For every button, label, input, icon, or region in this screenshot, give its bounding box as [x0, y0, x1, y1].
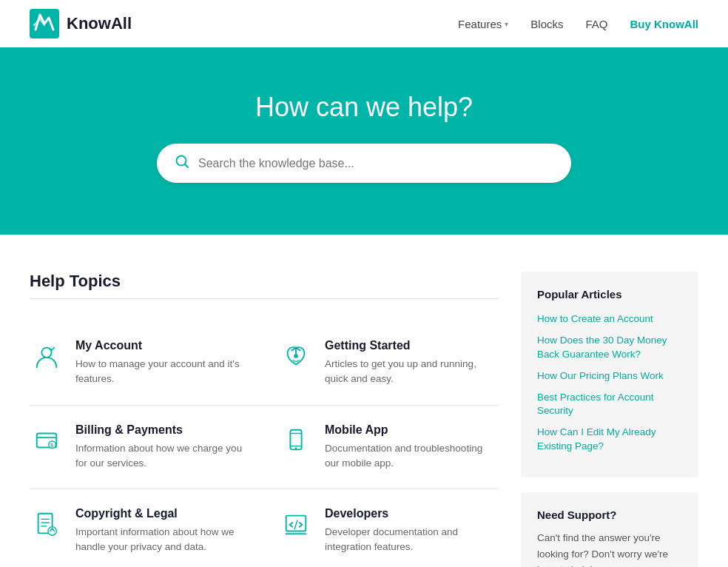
logo-icon	[30, 9, 59, 38]
topics-grid: My Account How to manage your account an…	[30, 321, 499, 567]
hero-title: How can we help?	[30, 92, 698, 123]
topic-developers-desc: Developer documentation and integration …	[325, 525, 484, 555]
getting-started-icon	[279, 339, 313, 373]
popular-articles-box: Popular Articles How to Create an Accoun…	[521, 272, 698, 477]
main-content: Help Topics My Account How to manage you…	[30, 272, 499, 567]
nav-buy[interactable]: Buy KnowAll	[630, 18, 699, 30]
topic-mobile-desc: Documentation and troubleshooting our mo…	[325, 441, 484, 472]
logo[interactable]: KnowAll	[30, 9, 132, 38]
mobile-icon	[279, 423, 313, 457]
list-item: Best Practices for Account Security	[537, 391, 682, 419]
topic-developers[interactable]: Developers Developer documentation and i…	[264, 489, 499, 567]
legal-icon	[30, 507, 64, 541]
article-link-4[interactable]: Best Practices for Account Security	[537, 391, 682, 419]
logo-text: KnowAll	[67, 14, 132, 33]
sidebar: Popular Articles How to Create an Accoun…	[521, 272, 698, 567]
topic-my-account-desc: How to manage your account and it's feat…	[75, 357, 249, 387]
search-bar	[157, 144, 571, 183]
svg-point-12	[295, 447, 297, 449]
topic-getting-started[interactable]: Getting Started Articles to get you up a…	[264, 321, 499, 406]
article-link-3[interactable]: How Our Pricing Plans Work	[537, 369, 682, 383]
support-text: Can't find the answer you're looking for…	[537, 530, 682, 567]
topic-getting-started-name: Getting Started	[325, 339, 484, 352]
list-item: How Our Pricing Plans Work	[537, 369, 682, 383]
topic-my-account-name: My Account	[75, 339, 249, 352]
topic-my-account[interactable]: My Account How to manage your account an…	[30, 321, 264, 406]
billing-icon: $	[30, 423, 64, 457]
search-input[interactable]	[198, 157, 553, 170]
developers-icon	[279, 507, 313, 541]
topic-billing[interactable]: $ Billing & Payments Information about h…	[30, 406, 264, 490]
list-item: How to Create an Account	[537, 312, 682, 326]
support-box: Need Support? Can't find the answer you'…	[521, 492, 698, 567]
navigation: KnowAll Features ▾ Blocks FAQ Buy KnowAl…	[0, 0, 728, 47]
nav-blocks[interactable]: Blocks	[530, 18, 563, 30]
topic-billing-name: Billing & Payments	[75, 423, 249, 437]
my-account-icon	[30, 339, 64, 373]
article-link-1[interactable]: How to Create an Account	[537, 312, 682, 326]
hero-section: How can we help?	[0, 47, 728, 235]
topic-billing-desc: Information about how we charge you for …	[75, 441, 249, 472]
popular-articles-list: How to Create an Account How Does the 30…	[537, 312, 682, 454]
topic-mobile[interactable]: Mobile App Documentation and troubleshoo…	[264, 406, 499, 490]
svg-text:$: $	[50, 442, 53, 448]
section-divider	[30, 298, 499, 299]
nav-faq[interactable]: FAQ	[585, 18, 607, 30]
article-link-2[interactable]: How Does the 30 Day Money Back Guarantee…	[537, 334, 682, 362]
topic-legal-desc: Important information about how we handl…	[75, 525, 249, 555]
article-link-5[interactable]: How Can I Edit My Already Existing Page?	[537, 426, 682, 454]
nav-links: Features ▾ Blocks FAQ Buy KnowAll	[458, 18, 698, 30]
popular-articles-title: Popular Articles	[537, 288, 682, 301]
svg-rect-9	[290, 429, 301, 449]
topic-mobile-name: Mobile App	[325, 423, 484, 437]
list-item: How Can I Edit My Already Existing Page?	[537, 426, 682, 454]
topic-legal-name: Copyright & Legal	[75, 507, 249, 520]
help-topics-title: Help Topics	[30, 272, 499, 291]
topic-developers-name: Developers	[325, 507, 484, 520]
topic-getting-started-desc: Articles to get you up and running, quic…	[325, 357, 484, 387]
svg-line-19	[294, 520, 297, 529]
list-item: How Does the 30 Day Money Back Guarantee…	[537, 334, 682, 362]
support-title: Need Support?	[537, 509, 682, 521]
topic-legal[interactable]: Copyright & Legal Important information …	[30, 489, 264, 567]
search-icon	[175, 154, 189, 172]
nav-features[interactable]: Features ▾	[458, 18, 508, 30]
chevron-down-icon: ▾	[505, 20, 508, 28]
svg-point-4	[294, 354, 298, 358]
